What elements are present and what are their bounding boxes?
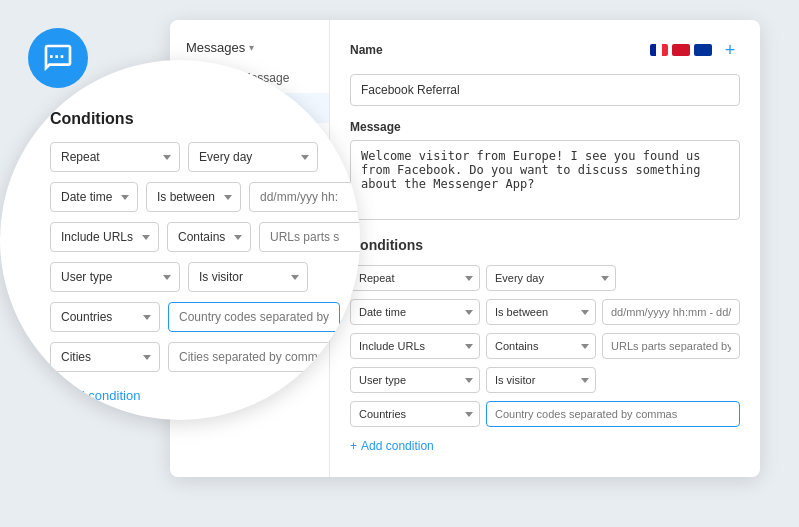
repeat-value-select[interactable]: Every day [486, 265, 616, 291]
zoom-usertype-operator-select[interactable]: Is visitor [188, 262, 308, 292]
name-row: Name + [350, 40, 740, 60]
conditions-title: Conditions [350, 237, 740, 253]
repeat-select[interactable]: Repeat [350, 265, 480, 291]
flag-english [672, 44, 690, 56]
chat-icon-circle [28, 28, 88, 88]
flag-french [650, 44, 668, 56]
datetime-input[interactable] [602, 299, 740, 325]
zoom-circle-inner: Conditions Repeat Every day Date time Is… [40, 100, 350, 410]
zoom-repeat-select[interactable]: Repeat [50, 142, 180, 172]
zoom-urls-select[interactable]: Include URLs [50, 222, 159, 252]
zoom-usertype-select[interactable]: User type [50, 262, 180, 292]
zoom-urls-input[interactable] [259, 222, 360, 252]
add-condition-button[interactable]: + Add condition [350, 435, 434, 457]
zoom-add-condition-label: Add condition [62, 388, 141, 403]
urls-input[interactable] [602, 333, 740, 359]
name-label: Name [350, 43, 650, 57]
zoom-urls-operator-select[interactable]: Contains [167, 222, 251, 252]
condition-row-usertype: User type Is visitor [350, 367, 740, 393]
usertype-operator-select[interactable]: Is visitor [486, 367, 596, 393]
zoom-condition-row-urls: Include URLs Contains [50, 222, 340, 252]
add-condition-label: Add condition [361, 439, 434, 453]
countries-input[interactable] [486, 401, 740, 427]
zoom-conditions-title: Conditions [50, 110, 340, 128]
condition-row-repeat: Repeat Every day [350, 265, 740, 291]
datetime-operator-select[interactable]: Is between [486, 299, 596, 325]
condition-row-countries: Countries [350, 401, 740, 427]
nav-arrow-icon: ▾ [249, 42, 254, 53]
name-input[interactable] [350, 74, 740, 106]
zoom-circle: Conditions Repeat Every day Date time Is… [0, 60, 360, 420]
flag-other [694, 44, 712, 56]
zoom-condition-row-countries: Countries [50, 302, 340, 332]
message-textarea[interactable]: Welcome visitor from Europe! I see you f… [350, 140, 740, 220]
zoom-datetime-select[interactable]: Date time [50, 182, 138, 212]
nav-header-label: Messages [186, 40, 245, 55]
zoom-condition-row-cities: Cities [50, 342, 340, 372]
flag-icons [650, 44, 712, 56]
zoom-condition-row-repeat: Repeat Every day [50, 142, 340, 172]
zoom-repeat-value-select[interactable]: Every day [188, 142, 318, 172]
usertype-select[interactable]: User type [350, 367, 480, 393]
condition-row-datetime: Date time Is between [350, 299, 740, 325]
urls-select[interactable]: Include URLs [350, 333, 480, 359]
zoom-condition-row-usertype: User type Is visitor [50, 262, 340, 292]
card-content: Name + Message Welcome visitor from Euro… [330, 20, 760, 477]
add-language-button[interactable]: + [720, 40, 740, 60]
zoom-condition-row-datetime: Date time Is between [50, 182, 340, 212]
chat-icon [42, 42, 74, 74]
zoom-add-condition-plus: + [50, 388, 58, 403]
zoom-countries-input[interactable] [168, 302, 340, 332]
urls-operator-select[interactable]: Contains [486, 333, 596, 359]
zoom-cities-select[interactable]: Cities [50, 342, 160, 372]
condition-row-urls: Include URLs Contains [350, 333, 740, 359]
zoom-cities-input[interactable] [168, 342, 340, 372]
add-condition-plus-icon: + [350, 439, 357, 453]
zoom-conditions-panel: Conditions Repeat Every day Date time Is… [40, 100, 350, 419]
zoom-datetime-operator-select[interactable]: Is between [146, 182, 241, 212]
nav-header[interactable]: Messages ▾ [170, 32, 329, 63]
datetime-select[interactable]: Date time [350, 299, 480, 325]
zoom-add-condition-button[interactable]: + Add condition [50, 382, 140, 409]
zoom-countries-select[interactable]: Countries [50, 302, 160, 332]
countries-select[interactable]: Countries [350, 401, 480, 427]
message-label: Message [350, 120, 740, 134]
zoom-datetime-input[interactable] [249, 182, 360, 212]
